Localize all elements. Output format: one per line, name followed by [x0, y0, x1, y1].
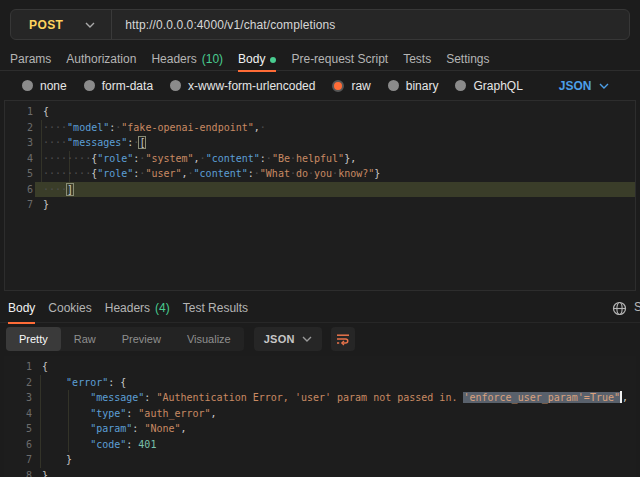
code-text: ········{"role":·"system",·"content":·"B… [33, 151, 356, 167]
token: 401 [138, 439, 156, 450]
token [42, 408, 90, 419]
token: you [314, 168, 332, 179]
view-tab-visualize[interactable]: Visualize [174, 327, 244, 351]
code-text: ········{"role":·"user",·"content":·"Wha… [33, 166, 380, 182]
radio-icon [170, 80, 181, 91]
code-line[interactable]: 7} [5, 197, 635, 213]
line-number: 5 [4, 421, 32, 437]
url-input[interactable]: http://0.0.0.0:4000/v1/chat/completions [125, 18, 335, 32]
code-line[interactable]: 7 } [4, 452, 636, 468]
request-tab-params[interactable]: Params [10, 47, 51, 71]
body-mode-binary[interactable]: binary [388, 79, 439, 93]
code-text: "error": { [32, 375, 126, 391]
response-body-editor[interactable]: 1{2 "error": {3 "message": "Authenticati… [4, 356, 636, 477]
request-tabs: ParamsAuthorizationHeaders(10)BodyPre-re… [10, 47, 490, 71]
method-label: POST [29, 18, 63, 32]
token: "param" [90, 423, 132, 434]
selected-text: 'enforce_user_param'=True" [463, 392, 620, 403]
method-select[interactable]: POST [11, 18, 111, 32]
wrap-text-button[interactable] [331, 327, 355, 351]
request-tab-pre-request-script[interactable]: Pre-request Script [291, 47, 388, 71]
token: ········ [43, 168, 91, 179]
body-mode-raw[interactable]: raw [332, 79, 370, 93]
view-tab-pretty[interactable]: Pretty [6, 327, 61, 351]
token: "message" [90, 392, 144, 403]
token: : [126, 439, 138, 450]
response-tab-body[interactable]: Body [8, 292, 35, 323]
response-type-select[interactable]: JSON [254, 327, 322, 351]
body-mode-graphql[interactable]: GraphQL [455, 79, 522, 93]
token: do [296, 168, 308, 179]
token: ···· [43, 137, 67, 148]
code-text: ····] [33, 182, 73, 198]
body-mode-label: x-www-form-urlencoded [188, 79, 315, 93]
line-number: 1 [5, 104, 33, 120]
token: } [43, 199, 49, 210]
response-tab-cookies[interactable]: Cookies [48, 292, 91, 323]
token: helpful" [296, 153, 344, 164]
tab-label: Test Results [183, 301, 248, 315]
line-number: 5 [5, 166, 33, 182]
code-line[interactable]: 3····"messages":·[ [5, 135, 635, 151]
code-text: ····"model":·"fake-openai-endpoint",· [33, 120, 266, 136]
radio-icon [332, 80, 344, 92]
code-line[interactable]: 8} [4, 468, 636, 477]
code-line[interactable]: 4········{"role":·"system",·"content":·"… [5, 151, 635, 167]
request-tab-headers[interactable]: Headers(10) [151, 47, 223, 71]
code-line[interactable]: 2····"model":·"fake-openai-endpoint",· [5, 120, 635, 136]
request-tab-authorization[interactable]: Authorization [66, 47, 136, 71]
token [42, 439, 90, 450]
green-dot-icon [270, 57, 276, 63]
token: know?" [338, 168, 374, 179]
token: : { [108, 377, 126, 388]
line-number: 6 [5, 182, 33, 198]
request-tab-settings[interactable]: Settings [446, 47, 489, 71]
code-text: } [32, 452, 72, 468]
body-mode-label: form-data [102, 79, 153, 93]
token: "content" [206, 153, 260, 164]
code-line[interactable]: 6 "code": 401 [4, 437, 636, 453]
globe-button[interactable] [610, 299, 628, 317]
code-line[interactable]: 2 "error": { [4, 375, 636, 391]
token [42, 377, 66, 388]
tab-label: Body [238, 52, 265, 66]
tab-label: Tests [403, 52, 431, 66]
tab-label: Pre-request Script [291, 52, 388, 66]
token: "user" [145, 168, 181, 179]
token: "model" [67, 122, 109, 133]
radio-icon [388, 80, 399, 91]
raw-type-select[interactable]: JSON [559, 79, 609, 93]
code-line[interactable]: 4 "type": "auth_error", [4, 406, 636, 422]
token: ···· [43, 184, 67, 195]
request-tab-tests[interactable]: Tests [403, 47, 431, 71]
line-number: 3 [5, 135, 33, 151]
view-tab-preview[interactable]: Preview [109, 327, 174, 351]
code-line[interactable]: 3 "message": "Authentication Error, 'use… [4, 390, 636, 406]
token [42, 454, 66, 465]
code-text: "code": 401 [32, 437, 156, 453]
view-tab-raw[interactable]: Raw [61, 327, 109, 351]
code-line[interactable]: 6····] [5, 182, 635, 198]
radio-icon [84, 80, 95, 91]
line-number: 7 [5, 197, 33, 213]
code-line[interactable]: 1{ [5, 104, 635, 120]
code-line[interactable]: 5········{"role":·"user",·"content":·"Wh… [5, 166, 635, 182]
tab-label: Body [8, 301, 35, 315]
request-body-editor[interactable]: 1{2····"model":·"fake-openai-endpoint",·… [4, 100, 636, 291]
body-mode-form-data[interactable]: form-data [84, 79, 153, 93]
code-text: } [33, 197, 49, 213]
request-tab-body[interactable]: Body [238, 47, 276, 71]
token: · [260, 122, 266, 133]
response-tab-headers[interactable]: Headers(4) [105, 292, 170, 323]
tab-label: Settings [446, 52, 489, 66]
token: "content" [194, 168, 248, 179]
token: "type" [90, 408, 126, 419]
code-line[interactable]: 5 "param": "None", [4, 421, 636, 437]
body-mode-none[interactable]: none [22, 79, 67, 93]
body-mode-x-www-form-urlencoded[interactable]: x-www-form-urlencoded [170, 79, 315, 93]
line-number: 4 [5, 151, 33, 167]
token: [ [139, 137, 145, 148]
status-text-clipped: S [634, 300, 640, 314]
code-line[interactable]: 1{ [4, 359, 636, 375]
response-tab-test-results[interactable]: Test Results [183, 292, 248, 323]
